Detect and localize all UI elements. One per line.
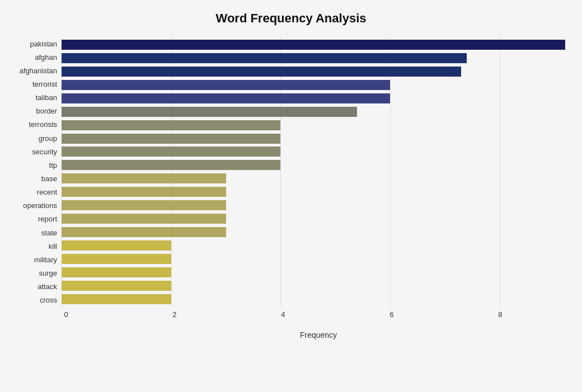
x-tick: 2 [172,310,176,319]
bars-section: pakistanafghanafghanistanterroristtaliba… [11,37,571,307]
bar-row [62,293,571,305]
x-tick: 6 [389,310,393,319]
bar [62,254,171,264]
bar [62,294,171,304]
bar [62,227,226,237]
y-label: base [41,175,57,182]
bar [62,281,171,291]
bar-row [62,226,571,238]
bar-row [62,239,571,252]
bar [62,67,461,77]
y-label: military [34,256,57,263]
bar-row [62,106,571,118]
bar-row [62,266,571,278]
bar [62,53,467,63]
bar [62,187,226,197]
x-tick: 0 [64,310,68,319]
bar [62,134,280,144]
y-label: surge [39,270,57,277]
bar-row [62,52,571,64]
bar [62,160,280,170]
bar-row [62,119,571,131]
bar-row [62,39,571,51]
bars-and-grid [62,37,571,307]
y-label: group [39,135,57,142]
y-label: cross [40,296,57,304]
x-tick: 4 [281,310,285,319]
y-label: afghan [35,54,57,61]
bar-row [62,199,571,211]
x-axis: 02468 [66,307,571,318]
bar [62,240,171,251]
y-label: terrorist [32,81,57,88]
bar-row [62,159,571,171]
chart-title: Word Frequency Analysis [11,11,571,26]
y-label: taliban [36,94,57,101]
y-label: ttp [49,162,57,169]
y-label: operations [23,202,57,209]
bar-row [62,172,571,185]
bar-row [62,79,571,91]
bar-row [62,65,571,78]
bar-row [62,145,571,158]
bar-row [62,186,571,198]
y-label: attack [37,283,57,290]
bar [62,173,226,183]
bar [62,93,390,103]
y-label: border [36,107,57,115]
y-labels: pakistanafghanafghanistanterroristtaliba… [11,37,62,307]
y-label: recent [37,188,57,196]
x-tick: 8 [498,310,502,319]
y-label: state [41,229,57,237]
bar [62,147,280,157]
y-label: afghanistan [20,67,57,74]
bar-row [62,212,571,225]
bar [62,80,390,90]
y-label: pakistan [30,40,57,48]
bar [62,267,171,277]
bar-row [62,280,571,292]
bar [62,120,280,130]
y-label: security [32,148,57,155]
bar-row [62,253,571,265]
y-label: kill [49,243,57,250]
chart-area: pakistanafghanafghanistanterroristtaliba… [11,37,571,339]
bar [62,40,565,50]
bar [62,200,226,210]
chart-container: Word Frequency Analysis pakistanafghanaf… [0,0,582,392]
y-label: terrorists [29,121,57,128]
bar-row [62,92,571,105]
bar [62,107,357,117]
y-label: report [38,215,57,223]
bars-wrapper [62,37,571,307]
x-axis-label: Frequency [66,330,571,339]
bar [62,214,226,224]
bar-row [62,133,571,145]
